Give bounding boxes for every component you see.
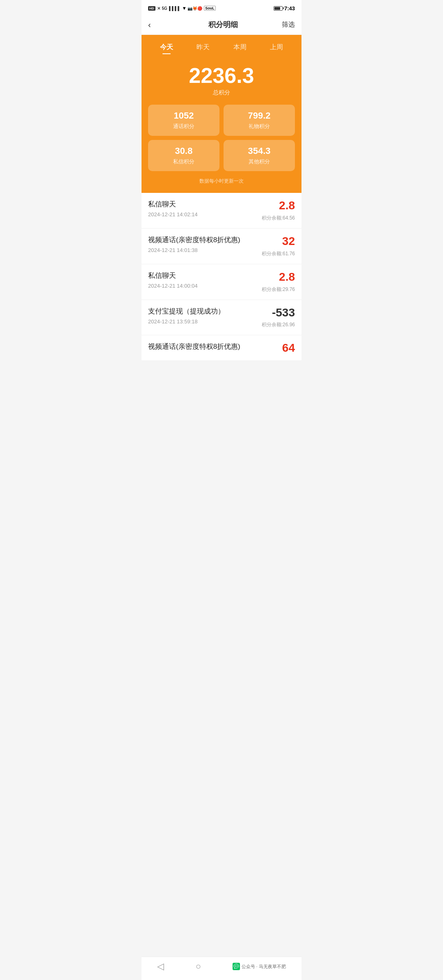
transaction-left: 支付宝提现（提现成功） 2024-12-21 13:59:18 (148, 307, 257, 325)
tab-today[interactable]: 今天 (160, 43, 173, 54)
other-points-label: 其他积分 (230, 158, 288, 165)
transaction-list: 私信聊天 2024-12-21 14:02:14 2.8 积分余额:64.56 … (142, 193, 301, 360)
status-right: 7:43 (274, 5, 295, 11)
transaction-balance: 积分余额:29.76 (262, 286, 295, 293)
gift-points-label: 礼物积分 (230, 123, 288, 130)
gift-points-card: 799.2 礼物积分 (224, 105, 295, 136)
transaction-item: 支付宝提现（提现成功） 2024-12-21 13:59:18 -533 积分余… (142, 300, 301, 336)
signal-bars: ▌▌▌▌ (169, 6, 180, 11)
transaction-item: 视频通话(亲密度特权8折优惠) 2024-12-21 14:01:38 32 积… (142, 229, 301, 264)
call-points-card: 1052 通话积分 (148, 105, 219, 136)
total-points-label: 总积分 (148, 89, 295, 96)
transaction-balance: 积分余额:61.76 (262, 250, 295, 257)
other-points-value: 354.3 (230, 146, 288, 156)
transaction-date: 2024-12-21 14:01:38 (148, 247, 257, 253)
other-points-card: 354.3 其他积分 (224, 140, 295, 171)
message-points-value: 30.8 (155, 146, 213, 156)
transaction-right: 32 积分余额:61.76 (262, 235, 295, 257)
filter-button[interactable]: 筛选 (282, 21, 295, 29)
back-button[interactable]: ‹ (148, 20, 164, 30)
transaction-date: 2024-12-21 14:02:14 (148, 211, 257, 218)
call-points-value: 1052 (155, 110, 213, 121)
points-grid: 1052 通话积分 799.2 礼物积分 30.8 私信积分 354.3 其他积… (148, 105, 295, 171)
transaction-right-partial: 64 (282, 342, 295, 357)
signal-strength: 5G (162, 6, 167, 11)
transaction-balance: 积分余额:64.56 (262, 215, 295, 222)
transaction-left: 视频通话(亲密度特权8折优惠) 2024-12-21 14:01:38 (148, 235, 257, 253)
transaction-date: 2024-12-21 13:59:18 (148, 318, 257, 325)
transaction-left: 私信聊天 2024-12-21 14:02:14 (148, 199, 257, 218)
transaction-title: 支付宝提现（提现成功） (148, 307, 257, 316)
update-notice: 数据每小时更新一次 (148, 176, 295, 186)
transaction-title-partial: 视频通话(亲密度特权8折优惠) (148, 342, 277, 351)
soul-label: SouL (204, 6, 216, 11)
transaction-left-partial: 视频通话(亲密度特权8折优惠) (148, 342, 277, 354)
tab-row: 今天 昨天 本周 上周 (148, 43, 295, 54)
hd-badge: HD (148, 6, 155, 11)
battery-icon (274, 6, 283, 11)
transaction-item-partial: 视频通话(亲密度特权8折优惠) 64 (142, 335, 301, 360)
transaction-amount: 2.8 (262, 271, 295, 284)
transaction-amount: 32 (262, 235, 295, 248)
transaction-amount-partial: 64 (282, 342, 295, 355)
transaction-item: 私信聊天 2024-12-21 14:00:04 2.8 积分余额:29.76 (142, 264, 301, 300)
transaction-title: 私信聊天 (148, 271, 257, 280)
transaction-left: 私信聊天 2024-12-21 14:00:04 (148, 271, 257, 289)
top-nav: ‹ 积分明细 筛选 (142, 15, 301, 35)
status-left: HD ✕ 5G ▌▌▌▌ ▾ 📷🦊🔴 SouL (148, 5, 216, 11)
total-points-value: 2236.3 (148, 64, 295, 87)
app-icons: 📷🦊🔴 (187, 6, 202, 11)
tab-last-week[interactable]: 上周 (270, 43, 283, 54)
time-display: 7:43 (284, 5, 295, 11)
page-title: 积分明细 (208, 20, 238, 30)
header-section: 今天 昨天 本周 上周 2236.3 总积分 1052 通话积分 799.2 礼… (142, 35, 301, 193)
wifi-icon: ▾ (183, 5, 185, 11)
transaction-amount: 2.8 (262, 199, 295, 212)
transaction-amount-negative: -533 (262, 307, 295, 319)
message-points-label: 私信积分 (155, 158, 213, 165)
battery-fill (274, 7, 280, 10)
transaction-right: 2.8 积分余额:64.56 (262, 199, 295, 222)
tab-yesterday[interactable]: 昨天 (196, 43, 210, 54)
gift-points-value: 799.2 (230, 110, 288, 121)
transaction-title: 私信聊天 (148, 199, 257, 209)
tab-this-week[interactable]: 本周 (233, 43, 247, 54)
network-type: ✕ (157, 6, 160, 11)
transaction-item: 私信聊天 2024-12-21 14:02:14 2.8 积分余额:64.56 (142, 193, 301, 229)
transaction-date: 2024-12-21 14:00:04 (148, 283, 257, 289)
status-bar: HD ✕ 5G ▌▌▌▌ ▾ 📷🦊🔴 SouL 7:43 (142, 0, 301, 15)
transaction-title: 视频通话(亲密度特权8折优惠) (148, 235, 257, 245)
transaction-right: -533 积分余额:26.96 (262, 307, 295, 329)
transaction-right: 2.8 积分余额:29.76 (262, 271, 295, 293)
transaction-balance: 积分余额:26.96 (262, 321, 295, 328)
total-points-section: 2236.3 总积分 (148, 64, 295, 96)
message-points-card: 30.8 私信积分 (148, 140, 219, 171)
call-points-label: 通话积分 (155, 123, 213, 130)
